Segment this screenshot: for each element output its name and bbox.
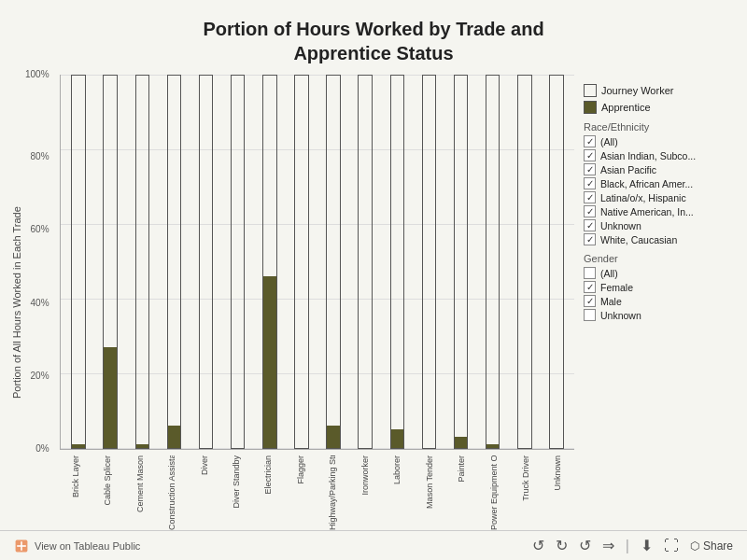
checkbox-box[interactable]: [584, 149, 596, 161]
checkbox-box[interactable]: [584, 135, 596, 147]
x-label-item: Ironworker: [349, 452, 381, 530]
inner-bar: [167, 75, 181, 449]
journey-portion: [136, 76, 148, 444]
main-container: Portion of Hours Worked by Trade and App…: [0, 0, 747, 560]
bar-stack: [514, 75, 535, 449]
combined-bar: [262, 75, 276, 449]
inner-bar: [103, 75, 117, 449]
bar-group: [63, 75, 94, 449]
revert-icon[interactable]: ↺: [579, 537, 591, 554]
inner-bar: [71, 75, 85, 449]
checkbox-label: Native American, In...: [600, 206, 694, 217]
share-button[interactable]: ⬡ Share: [690, 539, 733, 553]
inner-bar: [262, 75, 276, 449]
inner-bar: [486, 75, 500, 449]
race-section-title: Race/Ethnicity: [584, 121, 738, 133]
x-label-item: Construction Assistant: [156, 452, 188, 530]
checkbox-label: (All): [600, 268, 618, 279]
combined-bar: [103, 75, 117, 449]
inner-bar: [358, 75, 372, 449]
journey-portion: [168, 76, 180, 426]
race-option[interactable]: White, Caucasian: [584, 233, 738, 245]
race-option[interactable]: Black, African Amer...: [584, 177, 738, 189]
race-option[interactable]: Asian Indian, Subco...: [584, 149, 738, 161]
inner-bar: [326, 75, 340, 449]
journey-portion: [423, 76, 435, 448]
download-icon[interactable]: ⬇: [641, 537, 653, 554]
combined-bar: [486, 75, 500, 449]
x-label-text: Flagger: [296, 455, 306, 484]
checkbox-box[interactable]: [584, 163, 596, 175]
journey-portion: [72, 76, 84, 444]
x-label-item: Electrician: [253, 452, 285, 530]
gender-option[interactable]: Male: [584, 295, 738, 307]
x-label-text: Power Equipment Operator: [489, 455, 500, 530]
gender-option[interactable]: Female: [584, 281, 738, 293]
journey-portion: [200, 76, 212, 448]
legend-apprentice: Apprentice: [584, 101, 738, 114]
y-axis-label: Portion of All Hours Worked in Each Trad…: [9, 75, 24, 530]
race-option[interactable]: Native American, In...: [584, 205, 738, 217]
checkbox-box[interactable]: [584, 267, 596, 279]
gender-option[interactable]: Unknown: [584, 309, 738, 321]
checkbox-label: Unknown: [600, 220, 641, 231]
gender-option[interactable]: (All): [584, 267, 738, 279]
race-option[interactable]: (All): [584, 135, 738, 147]
bar-stack: [68, 75, 89, 449]
checkbox-box[interactable]: [584, 309, 596, 321]
race-option[interactable]: Latina/o/x, Hispanic: [584, 191, 738, 203]
x-label-item: Diver: [189, 452, 220, 530]
race-option[interactable]: Unknown: [584, 219, 738, 231]
journey-portion: [518, 76, 530, 448]
y-tick-label: 60%: [31, 225, 49, 234]
journey-box: [584, 84, 597, 97]
checkbox-box[interactable]: [584, 177, 596, 189]
bottom-bar-left[interactable]: View on Tableau Public: [14, 539, 140, 553]
checkbox-box[interactable]: [584, 233, 596, 245]
checkbox-label: Asian Indian, Subco...: [600, 150, 696, 161]
redo-icon[interactable]: ↻: [556, 537, 568, 554]
inner-bar: [231, 75, 245, 449]
combined-bar: [390, 75, 404, 449]
combined-bar: [454, 75, 468, 449]
x-label-item: Power Equipment Operator: [478, 452, 510, 530]
apprentice-portion: [168, 426, 180, 448]
x-label-text: Diver: [200, 455, 210, 475]
checkbox-box[interactable]: [584, 205, 596, 217]
bar-stack: [291, 75, 312, 449]
bottom-bar-right: ↺ ↻ ↺ ⇒ | ⬇ ⛶ ⬡ Share: [532, 537, 733, 554]
x-label-text: Truck Driver: [521, 455, 531, 501]
tableau-label[interactable]: View on Tableau Public: [35, 540, 140, 552]
forward-icon[interactable]: ⇒: [602, 537, 614, 554]
share-label[interactable]: Share: [703, 539, 733, 553]
apprentice-portion: [455, 437, 467, 448]
checkbox-box[interactable]: [584, 295, 596, 307]
x-label-item: Truck Driver: [510, 452, 542, 530]
x-label-item: Cable Splicer: [92, 452, 123, 530]
journey-portion: [263, 76, 275, 276]
bar-group: [190, 75, 222, 449]
bar-group: [349, 75, 381, 449]
race-option[interactable]: Asian Pacific: [584, 163, 738, 175]
x-label-item: Flagger: [285, 452, 317, 530]
x-label-text: Laborer: [392, 455, 402, 484]
plot-area: 100%80%60%40%20%0%: [60, 75, 574, 450]
checkbox-box[interactable]: [584, 191, 596, 203]
bar-stack: [483, 75, 503, 449]
checkbox-box[interactable]: [584, 281, 596, 293]
bars-container: [61, 75, 574, 449]
inner-bar: [549, 75, 563, 449]
combined-bar: [71, 75, 85, 449]
undo-icon[interactable]: ↺: [532, 537, 544, 554]
y-tick-label: 80%: [31, 152, 49, 161]
checkbox-box[interactable]: [584, 219, 596, 231]
inner-bar: [422, 75, 436, 449]
expand-icon[interactable]: ⛶: [664, 538, 679, 554]
bar-group: [158, 75, 190, 449]
bar-group: [445, 75, 477, 449]
bar-group: [413, 75, 444, 449]
bar-stack: [196, 75, 217, 449]
bar-stack: [387, 75, 407, 449]
checkbox-label: Black, African Amer...: [600, 178, 693, 189]
chart-title-area: Portion of Hours Worked by Trade and App…: [0, 0, 747, 75]
